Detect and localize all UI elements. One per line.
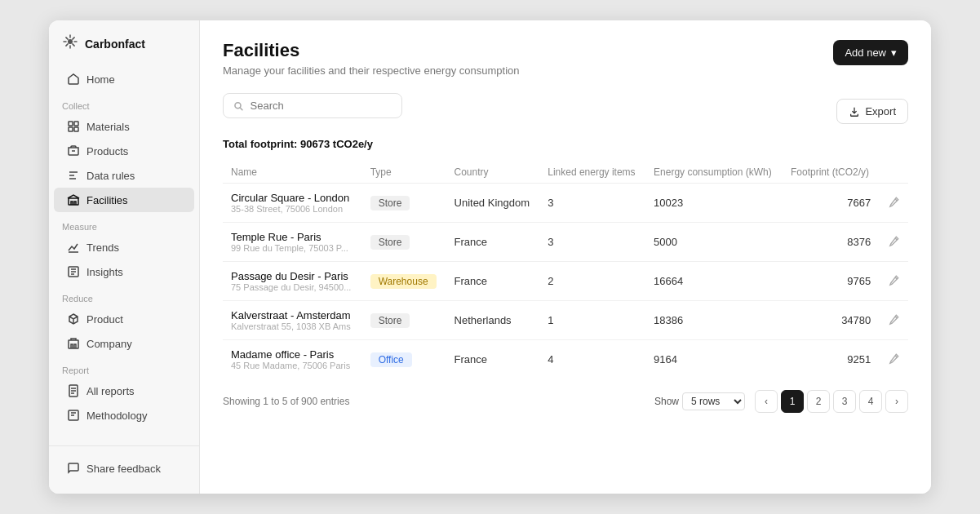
page-title: Facilities bbox=[223, 40, 519, 61]
sidebar-feedback[interactable]: Share feedback bbox=[54, 456, 194, 481]
facility-address: 75 Passage du Desir, 94500... bbox=[231, 282, 354, 292]
export-button[interactable]: Export bbox=[836, 99, 908, 124]
page-1-button[interactable]: 1 bbox=[781, 390, 804, 413]
sidebar-item-materials[interactable]: Materials bbox=[54, 114, 194, 139]
svg-rect-7 bbox=[69, 340, 78, 348]
cell-name: Kalverstraat - Amsterdam Kalverstraat 55… bbox=[223, 301, 362, 340]
cell-edit[interactable] bbox=[879, 340, 908, 379]
table-row: Temple Rue - Paris 99 Rue du Temple, 750… bbox=[223, 223, 908, 262]
rows-select[interactable]: Show 5 rows 10 rows 25 rows bbox=[654, 392, 745, 410]
add-new-button[interactable]: Add new ▾ bbox=[833, 40, 908, 65]
edit-icon[interactable] bbox=[888, 354, 900, 367]
cell-linked: 2 bbox=[539, 262, 645, 301]
edit-icon[interactable] bbox=[888, 276, 900, 289]
feedback-icon bbox=[67, 462, 80, 475]
page-2-button[interactable]: 2 bbox=[807, 390, 830, 413]
cell-type: Office bbox=[362, 340, 446, 379]
sidebar-item-company[interactable]: Company bbox=[54, 331, 194, 356]
facility-address: 35-38 Street, 75006 London bbox=[231, 204, 354, 214]
cell-edit[interactable] bbox=[879, 223, 908, 262]
cell-edit[interactable] bbox=[879, 301, 908, 340]
cell-name: Madame office - Paris 45 Rue Madame, 750… bbox=[223, 340, 362, 379]
sidebar-data-rules-label: Data rules bbox=[86, 170, 135, 182]
app-container: Carbonfact Home Collect Materials bbox=[49, 20, 931, 494]
col-type: Type bbox=[362, 162, 446, 184]
sidebar-item-methodology[interactable]: Methodology bbox=[54, 403, 194, 428]
page-4-button[interactable]: 4 bbox=[859, 390, 882, 413]
facilities-table: Name Type Country Linked energy items En… bbox=[223, 162, 908, 379]
sidebar-item-products[interactable]: Products bbox=[54, 139, 194, 163]
sidebar-bottom: Share feedback bbox=[49, 445, 199, 481]
edit-icon[interactable] bbox=[888, 237, 900, 250]
sidebar-product-label: Product bbox=[86, 313, 123, 326]
search-bar[interactable] bbox=[223, 93, 402, 118]
svg-rect-4 bbox=[74, 127, 78, 131]
cell-country: France bbox=[446, 340, 540, 379]
logo-text: Carbonfact bbox=[85, 38, 145, 51]
cell-footprint: 9765 bbox=[783, 262, 879, 301]
cell-country: United Kingdom bbox=[446, 184, 540, 223]
trends-icon bbox=[67, 241, 80, 254]
sidebar-item-insights[interactable]: Insights bbox=[54, 259, 194, 284]
search-icon bbox=[233, 100, 244, 112]
edit-icon[interactable] bbox=[888, 315, 900, 328]
sidebar-products-label: Products bbox=[86, 145, 128, 157]
table-row: Kalverstraat - Amsterdam Kalverstraat 55… bbox=[223, 301, 908, 340]
sidebar-home-label: Home bbox=[86, 73, 115, 86]
search-input[interactable] bbox=[251, 100, 392, 112]
sidebar-trends-label: Trends bbox=[86, 241, 119, 254]
sidebar-facilities-label: Facilities bbox=[86, 194, 128, 206]
cell-energy: 9164 bbox=[645, 340, 783, 379]
sidebar-item-home[interactable]: Home bbox=[54, 67, 194, 91]
page-3-button[interactable]: 3 bbox=[833, 390, 856, 413]
type-badge: Office bbox=[370, 352, 412, 367]
cell-footprint: 8376 bbox=[783, 223, 879, 262]
home-icon bbox=[67, 73, 80, 86]
page-header: Facilities Manage your facilities and th… bbox=[223, 40, 908, 77]
section-measure: Measure bbox=[49, 212, 199, 235]
products-icon bbox=[67, 144, 80, 157]
col-country: Country bbox=[446, 162, 540, 184]
next-page-button[interactable]: › bbox=[885, 390, 908, 413]
pagination-controls: ‹ 1 2 3 4 › bbox=[755, 390, 908, 413]
cell-footprint: 7667 bbox=[783, 184, 879, 223]
prev-page-button[interactable]: ‹ bbox=[755, 390, 778, 413]
table-row: Madame office - Paris 45 Rue Madame, 750… bbox=[223, 340, 908, 379]
cell-name: Passage du Desir - Paris 75 Passage du D… bbox=[223, 262, 362, 301]
sidebar-item-trends[interactable]: Trends bbox=[54, 235, 194, 259]
col-linked: Linked energy items bbox=[539, 162, 645, 184]
type-badge: Store bbox=[370, 235, 410, 250]
sidebar-all-reports-label: All reports bbox=[86, 385, 135, 397]
sidebar-methodology-label: Methodology bbox=[86, 410, 147, 422]
cell-type: Store bbox=[362, 301, 446, 340]
sidebar-item-facilities[interactable]: Facilities bbox=[54, 188, 194, 212]
methodology-icon bbox=[67, 409, 80, 422]
all-reports-icon bbox=[67, 384, 80, 397]
logo: Carbonfact bbox=[49, 33, 199, 67]
cell-edit[interactable] bbox=[879, 184, 908, 223]
facility-name: Passage du Desir - Paris bbox=[231, 270, 354, 282]
sidebar-item-all-reports[interactable]: All reports bbox=[54, 379, 194, 403]
rows-dropdown[interactable]: 5 rows 10 rows 25 rows bbox=[682, 392, 745, 410]
cell-country: Netherlands bbox=[446, 301, 540, 340]
cell-footprint: 9251 bbox=[783, 340, 879, 379]
table-header: Name Type Country Linked energy items En… bbox=[223, 162, 908, 184]
facility-name: Circular Square - London bbox=[231, 192, 354, 204]
edit-icon[interactable] bbox=[888, 197, 900, 210]
svg-rect-2 bbox=[74, 122, 78, 126]
col-energy: Energy consumption (kWh) bbox=[645, 162, 783, 184]
col-actions bbox=[879, 162, 908, 184]
sidebar-item-product[interactable]: Product bbox=[54, 307, 194, 331]
cell-edit[interactable] bbox=[879, 262, 908, 301]
search-export-row: Export bbox=[223, 93, 908, 130]
sidebar-item-data-rules[interactable]: Data rules bbox=[54, 163, 194, 188]
chevron-down-icon: ▾ bbox=[891, 47, 897, 59]
section-report: Report bbox=[49, 356, 199, 379]
cell-linked: 4 bbox=[539, 340, 645, 379]
sidebar-company-label: Company bbox=[86, 338, 132, 350]
main-content: Facilities Manage your facilities and th… bbox=[200, 20, 931, 494]
add-new-label: Add new bbox=[845, 47, 886, 59]
table-body: Circular Square - London 35-38 Street, 7… bbox=[223, 184, 908, 379]
cell-linked: 3 bbox=[539, 184, 645, 223]
cell-name: Circular Square - London 35-38 Street, 7… bbox=[223, 184, 362, 223]
